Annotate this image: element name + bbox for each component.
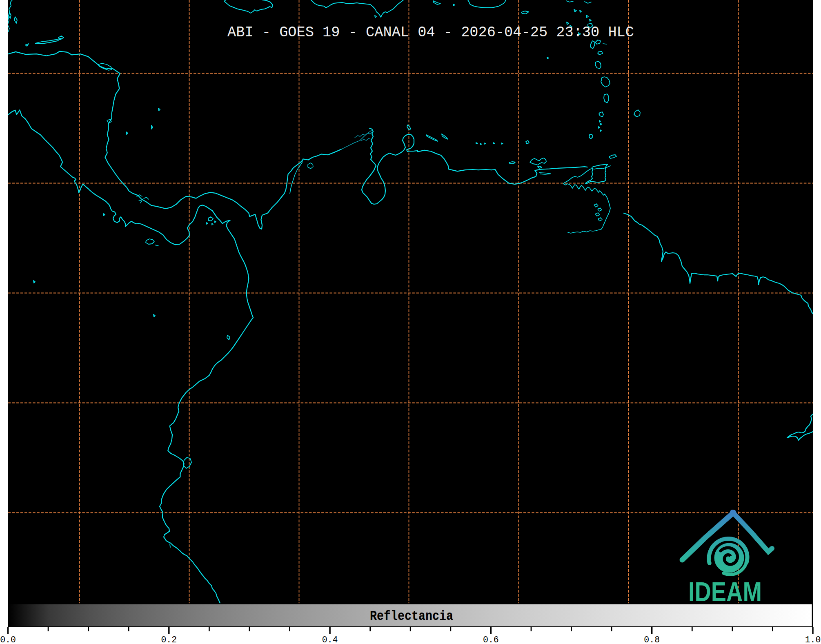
svg-text:0.4: 0.4	[322, 635, 338, 644]
svg-text:1.0: 1.0	[805, 635, 821, 644]
svg-text:0.8: 0.8	[644, 635, 660, 644]
svg-text:0.2: 0.2	[161, 635, 177, 644]
svg-text:0.0: 0.0	[0, 635, 16, 644]
svg-text:IDEAM: IDEAM	[688, 577, 762, 607]
svg-text:0.6: 0.6	[483, 635, 499, 644]
svg-text:ABI - GOES 19 - CANAL 04 - 202: ABI - GOES 19 - CANAL 04 - 2026-04-25 23…	[227, 24, 634, 41]
svg-text:Reflectancia: Reflectancia	[370, 608, 453, 624]
